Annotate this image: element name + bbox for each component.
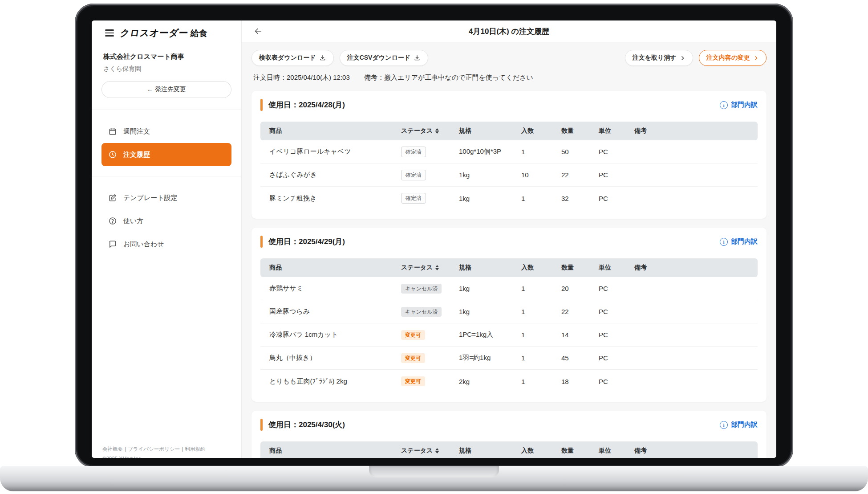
hamburger-menu-icon[interactable] [105,29,114,37]
order-card: 使用日：2025/4/30(火)i部門内訳商品ステータス規格入数数量単位備考 [251,411,767,458]
status-badge: 確定済 [401,193,426,204]
cell-units: 1 [521,378,561,385]
column-header-label: 入数 [521,264,534,272]
sort-icon[interactable] [435,128,439,134]
cell-status: キャンセル済 [401,284,459,294]
change-supplier-button[interactable]: ← 発注先変更 [101,81,231,98]
order-table: 商品ステータス規格入数数量単位備考赤鶏ササミキャンセル済1kg120PC国産豚つ… [260,258,758,393]
status-badge: 変更可 [401,353,425,363]
footer-link-separator: | [182,446,183,452]
order-table: 商品ステータス規格入数数量単位備考 [260,441,758,458]
sidebar-item-clock[interactable]: 注文履歴 [101,143,231,166]
breakdown-label: 部門内訳 [731,237,758,246]
cell-unit: PC [599,308,634,315]
brand-row: クロスオーダー給食 [105,27,231,39]
sidebar-item-edit[interactable]: テンプレート設定 [101,186,231,209]
column-header: 数量 [561,127,599,135]
download-icon [319,54,326,61]
laptop-notch [369,466,499,478]
logo-text: クロスオーダー [119,27,189,39]
store-name: さくら保育園 [103,65,231,73]
column-header: 単位 [599,447,634,455]
chat-icon [108,239,118,249]
toolbar: 検収表ダウンロード 注文CSVダウンロード 注文を取り消す [251,50,767,66]
footer-link[interactable]: 利用規約 [185,446,205,452]
cell-unit: PC [599,354,634,362]
card-header: 使用日：2025/4/29(月)i部門内訳 [260,236,758,248]
change-order-button[interactable]: 注文内容の変更 [699,50,767,66]
column-header[interactable]: ステータス [401,447,459,455]
footer-link[interactable]: 会社概要 [102,446,123,452]
main-area: 4月10日(木) の注文履歴 検収表ダウンロード 注文CSVダウンロード [242,20,776,458]
sort-icon[interactable] [435,448,439,453]
sidebar-item-calendar[interactable]: 週間注文 [101,120,231,143]
company-name: 株式会社クロスマート商事 [103,53,231,61]
column-header: 商品 [269,127,401,135]
laptop-screen: クロスオーダー給食 株式会社クロスマート商事 さくら保育園 ← 発注先変更 週間… [92,20,776,458]
sidebar: クロスオーダー給食 株式会社クロスマート商事 さくら保育園 ← 発注先変更 週間… [92,20,242,458]
column-header: 備考 [634,127,758,135]
download-receipt-button[interactable]: 検収表ダウンロード [251,50,334,66]
column-header: 商品 [269,264,401,272]
department-breakdown-link[interactable]: i部門内訳 [720,421,758,429]
usage-date-title: 使用日：2025/4/30(火) [268,420,345,430]
page-header: 4月10日(木) の注文履歴 [242,20,776,42]
chevron-right-icon [680,55,685,61]
table-row: とりもも正肉(ﾌﾞﾗｼﾞﾙ) 2kg変更可2kg118PC [260,370,758,393]
column-header: 入数 [521,264,561,272]
cell-product: 鳥丸（中抜き） [269,354,401,362]
column-header: 商品 [269,447,401,455]
sidebar-item-help[interactable]: 使い方 [101,209,231,233]
column-header[interactable]: ステータス [401,264,459,272]
column-header: 規格 [459,264,521,272]
sort-icon[interactable] [435,265,439,270]
department-breakdown-link[interactable]: i部門内訳 [720,101,758,109]
column-header-label: 数量 [561,447,574,455]
info-icon: i [720,101,728,109]
cell-units: 1 [521,331,561,339]
column-header-label: ステータス [401,127,433,135]
column-header-label: 商品 [269,447,282,455]
cell-status: 変更可 [401,353,459,363]
cell-product: 冷凍豚バラ 1cmカット [269,331,401,339]
column-header-label: 備考 [634,127,647,135]
footer-link[interactable]: プライバシーポリシー [128,446,180,452]
column-header: 入数 [521,447,561,455]
cell-spec: 1kg [459,285,521,292]
column-header-label: 商品 [269,264,282,272]
breakdown-label: 部門内訳 [731,421,758,429]
column-header-label: 備考 [634,264,647,272]
sidebar-item-label: 使い方 [123,217,143,225]
order-card: 使用日：2025/4/28(月)i部門内訳商品ステータス規格入数数量単位備考イベ… [251,91,767,219]
column-header-label: 規格 [459,447,471,455]
cell-quantity: 20 [561,285,599,292]
column-header-label: 数量 [561,264,574,272]
logo-subtext: 給食 [191,29,207,38]
sidebar-item-chat[interactable]: お問い合わせ [101,233,231,256]
table-header-row: 商品ステータス規格入数数量単位備考 [260,122,758,140]
date-accent-bar [260,419,263,431]
cell-quantity: 45 [561,354,599,362]
app-logo: クロスオーダー給食 [120,27,207,39]
sidebar-item-label: お問い合わせ [123,240,164,249]
cell-units: 1 [521,354,561,362]
cell-spec: 2kg [459,378,521,385]
table-row: イベリコ豚ロールキャベツ確定済100g*10個*3P150PC [260,140,758,163]
cancel-order-button[interactable]: 注文を取り消す [625,50,693,66]
cell-unit: PC [599,171,634,179]
info-icon: i [720,421,728,429]
department-breakdown-link[interactable]: i部門内訳 [720,237,758,246]
sidebar-nav: 週間注文注文履歴テンプレート設定使い方お問い合わせ [101,120,231,256]
change-order-label: 注文内容の変更 [706,54,750,62]
download-csv-button[interactable]: 注文CSVダウンロード [340,50,428,66]
order-note: 備考：搬入エリアが工事中なので正門を使ってください [364,73,533,81]
status-badge: 変更可 [401,330,425,340]
sidebar-divider [92,176,241,176]
column-header-label: 商品 [269,127,282,135]
column-header[interactable]: ステータス [401,127,459,135]
cell-units: 10 [521,171,561,179]
table-header-row: 商品ステータス規格入数数量単位備考 [260,441,758,458]
table-header-row: 商品ステータス規格入数数量単位備考 [260,258,758,277]
laptop-screen-frame: クロスオーダー給食 株式会社クロスマート商事 さくら保育園 ← 発注先変更 週間… [75,4,793,468]
status-badge: 変更可 [401,376,425,386]
